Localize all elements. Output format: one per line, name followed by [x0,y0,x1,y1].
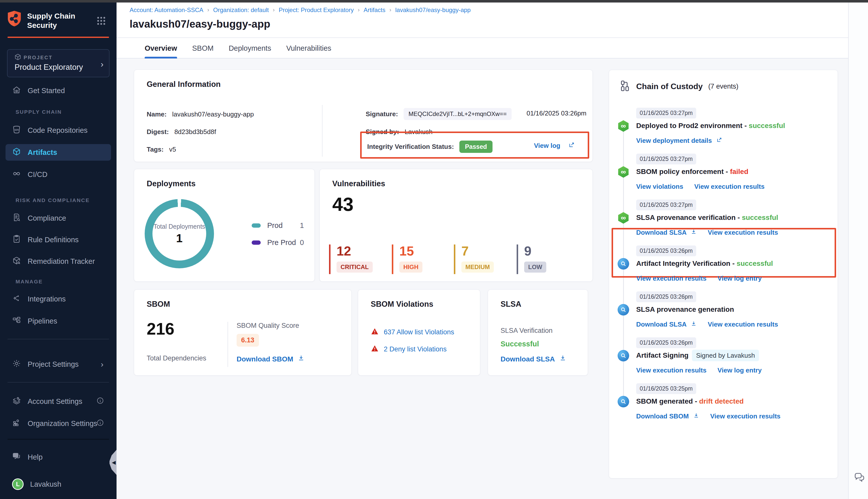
sidebar-item-artifacts[interactable]: Artifacts [5,144,111,161]
view-execution-results-link[interactable]: View execution results [708,320,778,328]
layers-gear-icon [12,396,21,407]
chain-of-custody-icon [620,80,631,93]
name-row: Name: lavakush07/easy-buggy-app [147,110,254,118]
tab-overview[interactable]: Overview [145,38,177,59]
sidebar-item-account-settings[interactable]: Account Settings [5,393,111,410]
warning-triangle-icon [371,344,379,354]
download-sbom-row: Download SBOM [237,354,305,363]
breadcrumb-separator: › [358,7,359,13]
general-information-card: General Information Name: lavakush07/eas… [134,70,593,162]
signature-value: MEQCICde2VjIT...bL+2+mqnOXw== [403,108,512,120]
chain-of-custody-count: (7 events) [708,83,738,90]
card-title: SLSA [501,300,521,309]
allow-list-violations-link[interactable]: 637 Allow list Violations [384,328,454,336]
view-execution-results-link[interactable]: View execution results [708,229,778,236]
event-status: drift detected [699,397,744,405]
breadcrumb-artifacts[interactable]: Artifacts [364,7,386,14]
download-slsa-link[interactable]: Download SLSA [636,229,697,236]
info-icon[interactable] [96,419,104,428]
event-title: Deployed to Prod2 environment - successf… [636,122,785,130]
event-timestamp: 01/16/2025 03:27pm [636,154,696,165]
gear-icon [12,359,21,370]
low-count: 9 [524,244,546,257]
tab-sbom[interactable]: SBOM [192,38,214,59]
sidebar-divider [8,439,109,440]
download-slsa-link[interactable]: Download SLSA [636,320,697,328]
high-badge: HIGH [399,261,422,272]
breadcrumb-separator: › [207,7,209,13]
support-chat-icon[interactable] [853,472,865,485]
legend-label: Prod [267,221,282,230]
view-execution-results-link[interactable]: View execution results [694,183,764,191]
brand: Supply Chain Security [7,10,75,30]
section-supply-chain: SUPPLY CHAIN [15,109,62,115]
view-violations-link[interactable]: View violations [636,183,683,191]
sidebar-item-label: Project Settings [28,360,79,368]
sidebar-item-organization-settings[interactable]: Organization Settings [5,415,111,432]
sidebar-item-code-repositories[interactable]: Code Repositories [5,122,111,138]
breadcrumb-organization[interactable]: Organization: default [213,7,269,14]
deny-list-violations-link[interactable]: 2 Deny list Violations [384,345,447,353]
name-label: Name: [147,110,167,118]
sidebar-item-compliance[interactable]: Compliance [5,210,111,227]
download-sbom-link[interactable]: Download SBOM [237,355,293,363]
page-title: lavakush07/easy-buggy-app [130,18,270,30]
sidebar-item-rule-definitions[interactable]: Rule Definitions [5,231,111,248]
event-timestamp: 01/16/2025 03:27pm [636,108,696,119]
verification-magnifier-icon [618,350,629,362]
view-deployment-details-link[interactable]: View deployment details [636,137,722,145]
signature-row: Signature: MEQCICde2VjIT...bL+2+mqnOXw== [366,108,511,120]
project-label: PROJECT [24,55,52,61]
view-log-link[interactable]: View log [534,142,560,150]
card-title: Deployments [147,179,196,188]
legend-value: 0 [300,239,304,247]
view-log-entry-link[interactable]: View log entry [718,366,762,374]
info-icon[interactable] [96,397,104,406]
tags-label: Tags: [147,146,164,153]
donut-center-label: Total Deployments [154,222,205,231]
tab-vulnerabilities[interactable]: Vulnerabilities [286,38,331,59]
breadcrumb-account[interactable]: Account: Automation-SSCA [130,7,203,14]
event-timestamp: 01/16/2025 03:26pm [636,245,696,256]
sidebar-item-pipelines[interactable]: Pipelines [5,313,111,329]
event-links: View deployment details [636,137,722,145]
event-links: Download SBOM View execution results [636,412,781,420]
breadcrumb-project[interactable]: Project: Product Exploratory [279,7,354,14]
sidebar-item-project-settings[interactable]: Project Settings › [5,356,111,373]
view-execution-results-link[interactable]: View execution results [636,275,707,282]
code-repository-icon [12,125,21,136]
event-links: View execution results View log entry [636,275,762,282]
vulnerabilities-card: Vulnerabilities 43 12 CRITICAL 15 HIGH 7… [320,169,593,282]
external-link-icon [716,137,722,145]
module-grid-icon[interactable] [96,15,107,27]
event-title: Artifact SigningSigned by Lavakush [636,351,759,360]
sidebar-item-help[interactable]: ? Help [5,449,111,465]
download-sbom-link[interactable]: Download SBOM [636,412,699,420]
sidebar-item-remediation-tracker[interactable]: Remediation Tracker [5,253,111,270]
sidebar-item-cicd[interactable]: CI/CD [5,166,111,183]
event-title: Artifact Integrity Verification - succes… [636,259,773,268]
breadcrumb-current[interactable]: lavakush07/easy-buggy-app [395,7,471,14]
sidebar-divider [8,339,109,339]
tab-deployments[interactable]: Deployments [229,38,271,59]
signature-label: Signature: [366,110,398,118]
sidebar-item-get-started[interactable]: Get Started [5,82,111,99]
sidebar-item-label: Rule Definitions [28,236,79,244]
sidebar-item-integrations[interactable]: Integrations [5,291,111,307]
breadcrumb-separator: › [273,7,275,13]
pre-prod-legend-swatch [252,241,261,245]
project-selector[interactable]: PROJECT Product Exploratory › [7,49,109,77]
event-status: successful [737,259,773,267]
download-slsa-link[interactable]: Download SLSA [501,355,555,363]
event-links: View execution results View log entry [636,366,762,374]
view-execution-results-link[interactable]: View execution results [710,412,781,420]
user-name: Lavakush [30,480,61,488]
user-menu[interactable]: L Lavakush [5,476,111,492]
main-content: General Information Name: lavakush07/eas… [117,59,848,499]
pipelines-icon [12,316,21,327]
external-link-icon [568,142,575,150]
view-log-entry-link[interactable]: View log entry [718,275,762,282]
slsa-card: SLSA SLSA Verification Successful Downlo… [488,289,588,376]
critical-count: 12 [337,244,373,257]
view-execution-results-link[interactable]: View execution results [636,366,707,374]
